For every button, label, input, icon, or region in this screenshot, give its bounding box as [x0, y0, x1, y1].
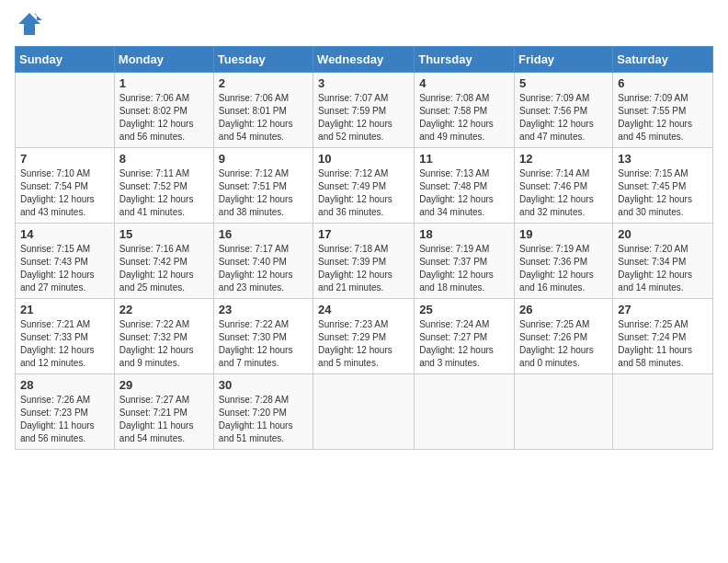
day-number: 22	[119, 303, 209, 316]
day-info: Sunrise: 7:16 AM Sunset: 7:42 PM Dayligh…	[119, 243, 209, 294]
day-number: 26	[519, 303, 608, 316]
day-number: 16	[219, 227, 308, 241]
day-number: 21	[20, 303, 109, 316]
day-number: 14	[20, 227, 109, 241]
calendar-cell	[313, 374, 415, 450]
day-info: Sunrise: 7:23 AM Sunset: 7:29 PM Dayligh…	[318, 318, 409, 370]
day-number: 7	[20, 152, 109, 166]
day-info: Sunrise: 7:15 AM Sunset: 7:45 PM Dayligh…	[618, 167, 708, 219]
day-info: Sunrise: 7:06 AM Sunset: 8:01 PM Dayligh…	[219, 92, 308, 144]
logo	[15, 15, 42, 37]
day-number: 30	[219, 378, 308, 392]
calendar-cell: 27Sunrise: 7:25 AM Sunset: 7:24 PM Dayli…	[613, 299, 713, 374]
day-number: 8	[119, 152, 209, 166]
day-info: Sunrise: 7:08 AM Sunset: 7:58 PM Dayligh…	[419, 92, 509, 144]
day-info: Sunrise: 7:09 AM Sunset: 7:55 PM Dayligh…	[618, 92, 708, 144]
calendar-cell: 7Sunrise: 7:10 AM Sunset: 7:54 PM Daylig…	[16, 148, 115, 224]
day-header-tuesday: Tuesday	[213, 47, 313, 73]
calendar-cell: 20Sunrise: 7:20 AM Sunset: 7:34 PM Dayli…	[613, 224, 713, 299]
calendar-cell: 21Sunrise: 7:21 AM Sunset: 7:33 PM Dayli…	[16, 299, 115, 374]
day-number: 23	[219, 303, 308, 316]
day-info: Sunrise: 7:13 AM Sunset: 7:48 PM Dayligh…	[419, 167, 509, 219]
day-header-wednesday: Wednesday	[313, 47, 415, 73]
calendar-cell: 30Sunrise: 7:28 AM Sunset: 7:20 PM Dayli…	[213, 374, 313, 450]
calendar-cell: 12Sunrise: 7:14 AM Sunset: 7:46 PM Dayli…	[515, 148, 613, 224]
week-row-3: 14Sunrise: 7:15 AM Sunset: 7:43 PM Dayli…	[16, 224, 713, 299]
day-number: 3	[318, 76, 409, 90]
week-row-1: 1Sunrise: 7:06 AM Sunset: 8:02 PM Daylig…	[16, 73, 713, 148]
day-number: 18	[419, 227, 509, 241]
day-header-thursday: Thursday	[415, 47, 515, 73]
calendar-cell: 18Sunrise: 7:19 AM Sunset: 7:37 PM Dayli…	[415, 224, 515, 299]
calendar-cell: 2Sunrise: 7:06 AM Sunset: 8:01 PM Daylig…	[213, 73, 313, 148]
day-info: Sunrise: 7:12 AM Sunset: 7:49 PM Dayligh…	[318, 167, 409, 219]
day-header-friday: Friday	[515, 47, 613, 73]
day-info: Sunrise: 7:25 AM Sunset: 7:26 PM Dayligh…	[519, 318, 608, 370]
day-number: 6	[618, 76, 708, 90]
calendar-cell: 22Sunrise: 7:22 AM Sunset: 7:32 PM Dayli…	[114, 299, 213, 374]
day-info: Sunrise: 7:28 AM Sunset: 7:20 PM Dayligh…	[219, 394, 308, 445]
day-number: 2	[219, 76, 308, 90]
day-number: 11	[419, 152, 509, 166]
day-number: 5	[519, 76, 608, 90]
day-info: Sunrise: 7:15 AM Sunset: 7:43 PM Dayligh…	[20, 243, 109, 294]
day-info: Sunrise: 7:22 AM Sunset: 7:30 PM Dayligh…	[219, 318, 308, 370]
day-info: Sunrise: 7:19 AM Sunset: 7:36 PM Dayligh…	[519, 243, 608, 294]
day-info: Sunrise: 7:19 AM Sunset: 7:37 PM Dayligh…	[419, 243, 509, 294]
calendar-cell: 29Sunrise: 7:27 AM Sunset: 7:21 PM Dayli…	[114, 374, 213, 450]
day-info: Sunrise: 7:20 AM Sunset: 7:34 PM Dayligh…	[618, 243, 708, 294]
calendar-cell: 14Sunrise: 7:15 AM Sunset: 7:43 PM Dayli…	[16, 224, 115, 299]
day-header-saturday: Saturday	[613, 47, 713, 73]
week-row-2: 7Sunrise: 7:10 AM Sunset: 7:54 PM Daylig…	[16, 148, 713, 224]
day-number: 19	[519, 227, 608, 241]
calendar-table: SundayMondayTuesdayWednesdayThursdayFrid…	[15, 46, 713, 450]
day-info: Sunrise: 7:25 AM Sunset: 7:24 PM Dayligh…	[618, 318, 708, 370]
day-number: 10	[318, 152, 409, 166]
calendar-cell: 13Sunrise: 7:15 AM Sunset: 7:45 PM Dayli…	[613, 148, 713, 224]
calendar-cell: 26Sunrise: 7:25 AM Sunset: 7:26 PM Dayli…	[515, 299, 613, 374]
calendar-cell: 19Sunrise: 7:19 AM Sunset: 7:36 PM Dayli…	[515, 224, 613, 299]
calendar-cell: 15Sunrise: 7:16 AM Sunset: 7:42 PM Dayli…	[114, 224, 213, 299]
day-info: Sunrise: 7:07 AM Sunset: 7:59 PM Dayligh…	[318, 92, 409, 144]
week-row-5: 28Sunrise: 7:26 AM Sunset: 7:23 PM Dayli…	[16, 374, 713, 450]
calendar-cell: 17Sunrise: 7:18 AM Sunset: 7:39 PM Dayli…	[313, 224, 415, 299]
day-info: Sunrise: 7:26 AM Sunset: 7:23 PM Dayligh…	[20, 394, 109, 445]
day-info: Sunrise: 7:21 AM Sunset: 7:33 PM Dayligh…	[20, 318, 109, 370]
calendar-cell: 24Sunrise: 7:23 AM Sunset: 7:29 PM Dayli…	[313, 299, 415, 374]
calendar-cell: 9Sunrise: 7:12 AM Sunset: 7:51 PM Daylig…	[213, 148, 313, 224]
day-header-sunday: Sunday	[16, 47, 115, 73]
week-row-4: 21Sunrise: 7:21 AM Sunset: 7:33 PM Dayli…	[16, 299, 713, 374]
day-number: 4	[419, 76, 509, 90]
day-number: 12	[519, 152, 608, 166]
day-info: Sunrise: 7:27 AM Sunset: 7:21 PM Dayligh…	[119, 394, 209, 445]
day-number: 29	[119, 378, 209, 392]
calendar-cell	[415, 374, 515, 450]
calendar-cell: 25Sunrise: 7:24 AM Sunset: 7:27 PM Dayli…	[415, 299, 515, 374]
day-number: 25	[419, 303, 509, 316]
calendar-cell: 16Sunrise: 7:17 AM Sunset: 7:40 PM Dayli…	[213, 224, 313, 299]
day-info: Sunrise: 7:18 AM Sunset: 7:39 PM Dayligh…	[318, 243, 409, 294]
calendar-cell: 11Sunrise: 7:13 AM Sunset: 7:48 PM Dayli…	[415, 148, 515, 224]
day-info: Sunrise: 7:22 AM Sunset: 7:32 PM Dayligh…	[119, 318, 209, 370]
day-info: Sunrise: 7:09 AM Sunset: 7:56 PM Dayligh…	[519, 92, 608, 144]
page-header	[15, 15, 713, 37]
day-number: 13	[618, 152, 708, 166]
calendar-cell: 4Sunrise: 7:08 AM Sunset: 7:58 PM Daylig…	[415, 73, 515, 148]
day-number: 1	[119, 76, 209, 90]
day-info: Sunrise: 7:06 AM Sunset: 8:02 PM Dayligh…	[119, 92, 209, 144]
calendar-cell: 23Sunrise: 7:22 AM Sunset: 7:30 PM Dayli…	[213, 299, 313, 374]
day-info: Sunrise: 7:24 AM Sunset: 7:27 PM Dayligh…	[419, 318, 509, 370]
day-number: 15	[119, 227, 209, 241]
calendar-header-row: SundayMondayTuesdayWednesdayThursdayFrid…	[16, 47, 713, 73]
day-number: 27	[618, 303, 708, 316]
day-info: Sunrise: 7:11 AM Sunset: 7:52 PM Dayligh…	[119, 167, 209, 219]
calendar-cell: 10Sunrise: 7:12 AM Sunset: 7:49 PM Dayli…	[313, 148, 415, 224]
calendar-cell	[515, 374, 613, 450]
day-info: Sunrise: 7:10 AM Sunset: 7:54 PM Dayligh…	[20, 167, 109, 219]
calendar-cell: 1Sunrise: 7:06 AM Sunset: 8:02 PM Daylig…	[114, 73, 213, 148]
day-info: Sunrise: 7:12 AM Sunset: 7:51 PM Dayligh…	[219, 167, 308, 219]
day-info: Sunrise: 7:14 AM Sunset: 7:46 PM Dayligh…	[519, 167, 608, 219]
day-number: 17	[318, 227, 409, 241]
calendar-cell	[613, 374, 713, 450]
day-number: 28	[20, 378, 109, 392]
